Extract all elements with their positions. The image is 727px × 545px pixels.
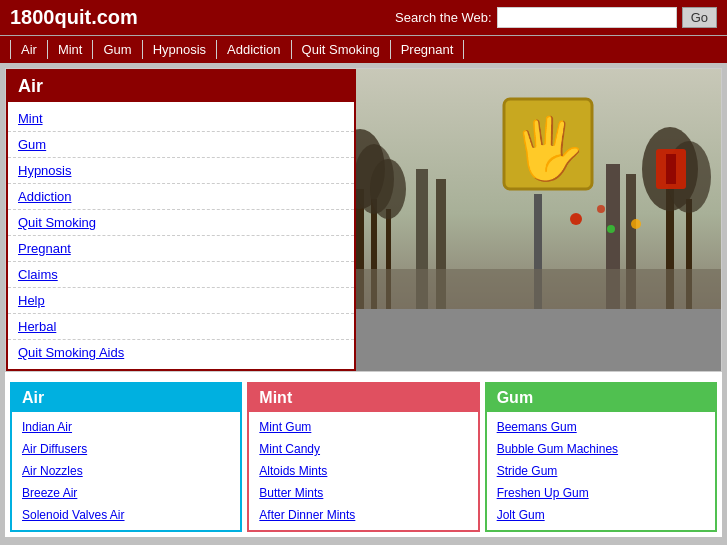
bottom-link-indian-air[interactable]: Indian Air (12, 416, 240, 438)
site-title: 1800quit.com (10, 6, 138, 29)
left-panel-link-gum[interactable]: Gum (8, 132, 354, 158)
search-button[interactable]: Go (682, 7, 717, 28)
bottom-link-butter-mints[interactable]: Butter Mints (249, 482, 477, 504)
scene-image: 🖐 (356, 69, 721, 309)
bottom-box-links-mint: Mint GumMint CandyAltoids MintsButter Mi… (249, 412, 477, 530)
bottom-box-gum: GumBeemans GumBubble Gum MachinesStride … (485, 382, 717, 532)
bottom-link-jolt-gum[interactable]: Jolt Gum (487, 504, 715, 526)
bottom-box-header-gum: Gum (487, 384, 715, 412)
bottom-link-beemans-gum[interactable]: Beemans Gum (487, 416, 715, 438)
top-section: Air MintGumHypnosisAddictionQuit Smoking… (5, 68, 722, 372)
search-label: Search the Web: (395, 10, 492, 25)
left-panel-header: Air (8, 71, 354, 102)
left-panel-link-quit-smoking[interactable]: Quit Smoking (8, 210, 354, 236)
nav-item-air[interactable]: Air (10, 40, 48, 59)
svg-point-19 (631, 219, 641, 229)
left-panel-link-mint[interactable]: Mint (8, 106, 354, 132)
left-panel-link-pregnant[interactable]: Pregnant (8, 236, 354, 262)
bottom-section: AirIndian AirAir DiffusersAir NozzlesBre… (5, 377, 722, 537)
nav-item-pregnant[interactable]: Pregnant (391, 40, 465, 59)
stop-hand-icon: 🖐 (511, 113, 586, 184)
svg-point-6 (370, 159, 406, 219)
search-input[interactable] (497, 7, 677, 28)
left-panel-link-claims[interactable]: Claims (8, 262, 354, 288)
left-panel-link-help[interactable]: Help (8, 288, 354, 314)
search-area: Search the Web: Go (395, 7, 717, 28)
bottom-box-mint: MintMint GumMint CandyAltoids MintsButte… (247, 382, 479, 532)
right-panel: 🖐 (356, 69, 721, 371)
nav-item-hypnosis[interactable]: Hypnosis (143, 40, 217, 59)
svg-point-17 (570, 213, 582, 225)
left-panel-links: MintGumHypnosisAddictionQuit SmokingPreg… (8, 102, 354, 369)
bottom-link-stride-gum[interactable]: Stride Gum (487, 460, 715, 482)
nav-item-addiction[interactable]: Addiction (217, 40, 291, 59)
nav-item-quit-smoking[interactable]: Quit Smoking (292, 40, 391, 59)
bottom-box-header-air: Air (12, 384, 240, 412)
bottom-box-air: AirIndian AirAir DiffusersAir NozzlesBre… (10, 382, 242, 532)
bottom-link-bubble-gum-machines[interactable]: Bubble Gum Machines (487, 438, 715, 460)
header: 1800quit.com Search the Web: Go (0, 0, 727, 35)
bottom-link-air-diffusers[interactable]: Air Diffusers (12, 438, 240, 460)
bottom-link-air-nozzles[interactable]: Air Nozzles (12, 460, 240, 482)
bottom-link-mint-gum[interactable]: Mint Gum (249, 416, 477, 438)
left-panel-link-addiction[interactable]: Addiction (8, 184, 354, 210)
svg-point-18 (607, 225, 615, 233)
nav-item-gum[interactable]: Gum (93, 40, 142, 59)
bottom-link-freshen-up-gum[interactable]: Freshen Up Gum (487, 482, 715, 504)
left-panel-link-herbal[interactable]: Herbal (8, 314, 354, 340)
svg-rect-23 (356, 269, 721, 309)
bottom-link-mint-candy[interactable]: Mint Candy (249, 438, 477, 460)
svg-point-20 (597, 205, 605, 213)
left-panel-link-quit-smoking-aids[interactable]: Quit Smoking Aids (8, 340, 354, 365)
bottom-box-header-mint: Mint (249, 384, 477, 412)
bottom-link-after-dinner-mints[interactable]: After Dinner Mints (249, 504, 477, 526)
bottom-link-solenoid-valves-air[interactable]: Solenoid Valves Air (12, 504, 240, 526)
left-panel: Air MintGumHypnosisAddictionQuit Smoking… (6, 69, 356, 371)
nav-item-mint[interactable]: Mint (48, 40, 94, 59)
bottom-box-links-gum: Beemans GumBubble Gum MachinesStride Gum… (487, 412, 715, 530)
main-content: Air MintGumHypnosisAddictionQuit Smoking… (5, 68, 722, 537)
nav-bar: AirMintGumHypnosisAddictionQuit SmokingP… (0, 35, 727, 63)
svg-rect-22 (666, 154, 676, 184)
bottom-box-links-air: Indian AirAir DiffusersAir NozzlesBreeze… (12, 412, 240, 530)
left-panel-link-hypnosis[interactable]: Hypnosis (8, 158, 354, 184)
bottom-link-altoids-mints[interactable]: Altoids Mints (249, 460, 477, 482)
bottom-link-breeze-air[interactable]: Breeze Air (12, 482, 240, 504)
